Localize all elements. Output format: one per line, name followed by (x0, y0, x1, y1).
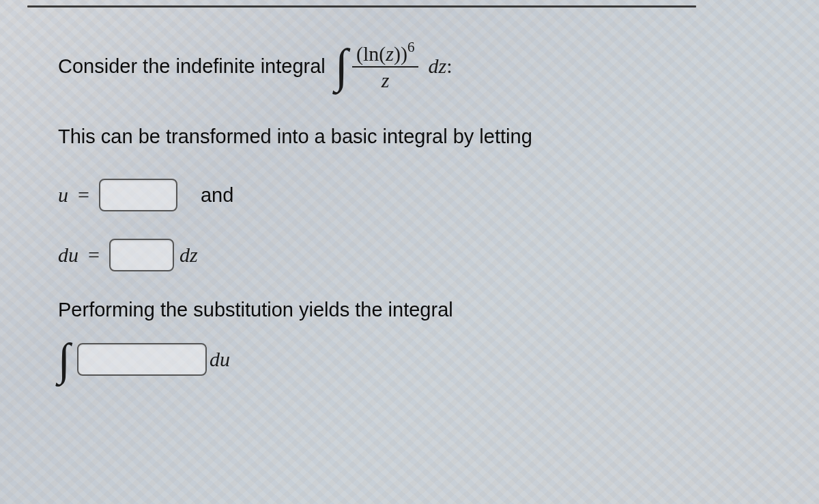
denominator: z (382, 68, 390, 91)
u-answer-input[interactable] (99, 179, 177, 211)
intro-text: Consider the indefinite integral (58, 55, 326, 78)
integral-expression: ∫ (ln(z))6 z (335, 41, 419, 91)
u-input-row: u = and (58, 179, 761, 211)
and-text: and (201, 184, 233, 207)
exponent: 6 (407, 39, 415, 55)
du-input-row: du = dz (58, 239, 761, 271)
final-integral-row: ∫ du (58, 342, 761, 378)
dz-colon: dz: (428, 55, 452, 78)
equals-1: = (78, 183, 89, 207)
numerator: (ln(z))6 (352, 41, 419, 68)
substitution-text: Performing the substitution yields the i… (58, 299, 761, 321)
u-label: u (58, 183, 68, 207)
dz-label: dz (179, 243, 198, 267)
problem-content: Consider the indefinite integral ∫ (ln(z… (0, 0, 819, 398)
integral-sign-icon-2: ∫ (58, 342, 70, 378)
du-answer-input[interactable] (109, 239, 174, 271)
transform-text: This can be transformed into a basic int… (58, 125, 761, 148)
integral-sign-icon: ∫ (335, 47, 348, 85)
equals-2: = (88, 243, 100, 267)
final-du: du (210, 348, 230, 371)
lparen: ( (356, 42, 363, 65)
du-label: du (58, 243, 78, 267)
intro-line: Consider the indefinite integral ∫ (ln(z… (58, 41, 761, 91)
fraction: (ln(z))6 z (352, 41, 419, 91)
integrand-answer-input[interactable] (77, 343, 207, 376)
